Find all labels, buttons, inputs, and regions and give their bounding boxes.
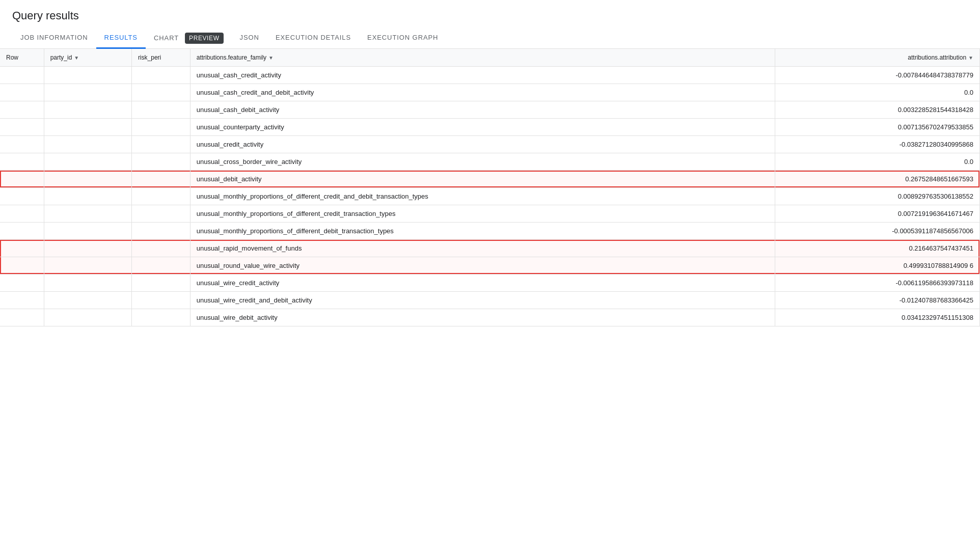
- table-row: unusual_wire_credit_activity-0.006119586…: [0, 274, 980, 292]
- cell-attribution: 0.034123297451151308: [775, 309, 980, 326]
- tab-results[interactable]: RESULTS: [96, 28, 146, 49]
- cell-party-id: [44, 309, 131, 326]
- table-row: unusual_monthly_proportions_of_different…: [0, 205, 980, 223]
- cell-feature-family: unusual_monthly_proportions_of_different…: [190, 205, 775, 223]
- cell-party-id: [44, 67, 131, 84]
- sort-icon-attribution[interactable]: ▼: [968, 55, 973, 61]
- results-table: Row party_id ▼ risk_peri: [0, 49, 980, 326]
- cell-risk-peri: [131, 292, 190, 309]
- cell-attribution: 0.0: [775, 84, 980, 101]
- cell-feature-family: unusual_debit_activity: [190, 171, 775, 188]
- cell-row: [0, 240, 44, 257]
- table-row: unusual_cross_border_wire_activity0.0: [0, 153, 980, 171]
- cell-party-id: [44, 240, 131, 257]
- cell-attribution: 0.2164637547437451: [775, 240, 980, 257]
- cell-feature-family: unusual_monthly_proportions_of_different…: [190, 188, 775, 205]
- col-resize-attribution[interactable]: [977, 49, 979, 66]
- col-resize-feature[interactable]: [773, 49, 775, 66]
- cell-row: [0, 274, 44, 292]
- cell-attribution: -0.00053911874856567006: [775, 223, 980, 240]
- cell-feature-family: unusual_credit_activity: [190, 136, 775, 153]
- cell-risk-peri: [131, 205, 190, 223]
- sort-icon-feature[interactable]: ▼: [268, 55, 274, 61]
- cell-risk-peri: [131, 257, 190, 274]
- tab-chart[interactable]: CHART: [146, 28, 183, 48]
- cell-row: [0, 84, 44, 101]
- table-row: unusual_wire_credit_and_debit_activity-0…: [0, 292, 980, 309]
- tab-execution-details[interactable]: EXECUTION DETAILS: [267, 28, 359, 49]
- table-row: unusual_cash_credit_and_debit_activity0.…: [0, 84, 980, 101]
- cell-attribution: 0.0089297635306138552: [775, 188, 980, 205]
- cell-attribution: 0.4999310788814909 6: [775, 257, 980, 274]
- col-resize-risk[interactable]: [188, 49, 190, 66]
- cell-feature-family: unusual_wire_credit_and_debit_activity: [190, 292, 775, 309]
- cell-feature-family: unusual_cash_debit_activity: [190, 101, 775, 119]
- cell-attribution: 0.0032285281544318428: [775, 101, 980, 119]
- cell-feature-family: unusual_rapid_movement_of_funds: [190, 240, 775, 257]
- cell-party-id: [44, 84, 131, 101]
- sort-icon-party-id[interactable]: ▼: [74, 55, 79, 61]
- cell-party-id: [44, 119, 131, 136]
- cell-attribution: -0.038271280340995868: [775, 136, 980, 153]
- cell-feature-family: unusual_wire_credit_activity: [190, 274, 775, 292]
- cell-row: [0, 101, 44, 119]
- table-row: unusual_round_value_wire_activity0.49993…: [0, 257, 980, 274]
- cell-row: [0, 257, 44, 274]
- cell-feature-family: unusual_round_value_wire_activity: [190, 257, 775, 274]
- cell-party-id: [44, 136, 131, 153]
- cell-party-id: [44, 188, 131, 205]
- col-header-attribution: attributions.attribution ▼: [775, 49, 980, 67]
- cell-party-id: [44, 274, 131, 292]
- cell-risk-peri: [131, 188, 190, 205]
- cell-risk-peri: [131, 153, 190, 171]
- cell-feature-family: unusual_counterparty_activity: [190, 119, 775, 136]
- col-resize-party[interactable]: [129, 49, 131, 66]
- table-row: unusual_rapid_movement_of_funds0.2164637…: [0, 240, 980, 257]
- table-row: unusual_credit_activity-0.03827128034099…: [0, 136, 980, 153]
- cell-risk-peri: [131, 67, 190, 84]
- table-row: unusual_cash_credit_activity-0.007844648…: [0, 67, 980, 84]
- table-row: unusual_monthly_proportions_of_different…: [0, 223, 980, 240]
- cell-attribution: -0.012407887683366425: [775, 292, 980, 309]
- tab-execution-graph[interactable]: EXECUTION GRAPH: [359, 28, 446, 49]
- cell-row: [0, 171, 44, 188]
- cell-feature-family: unusual_cross_border_wire_activity: [190, 153, 775, 171]
- tab-chart-preview-group: CHART PREVIEW: [146, 28, 232, 48]
- cell-feature-family: unusual_cash_credit_activity: [190, 67, 775, 84]
- cell-row: [0, 119, 44, 136]
- cell-row: [0, 205, 44, 223]
- cell-row: [0, 153, 44, 171]
- tab-job-information[interactable]: JOB INFORMATION: [12, 28, 96, 49]
- cell-party-id: [44, 205, 131, 223]
- cell-attribution: -0.0061195866393973118: [775, 274, 980, 292]
- results-table-container: Row party_id ▼ risk_peri: [0, 49, 980, 326]
- cell-row: [0, 292, 44, 309]
- cell-risk-peri: [131, 171, 190, 188]
- cell-risk-peri: [131, 223, 190, 240]
- tab-preview-badge[interactable]: PREVIEW: [185, 33, 224, 44]
- col-header-risk-peri: risk_peri: [131, 49, 190, 67]
- cell-risk-peri: [131, 101, 190, 119]
- cell-party-id: [44, 153, 131, 171]
- cell-row: [0, 136, 44, 153]
- table-row: unusual_wire_debit_activity0.03412329745…: [0, 309, 980, 326]
- cell-party-id: [44, 223, 131, 240]
- table-row: unusual_monthly_proportions_of_different…: [0, 188, 980, 205]
- cell-risk-peri: [131, 274, 190, 292]
- table-row: unusual_cash_debit_activity0.00322852815…: [0, 101, 980, 119]
- page-title: Query results: [0, 0, 980, 28]
- col-resize-row[interactable]: [42, 49, 44, 66]
- table-row: unusual_debit_activity0.2675284865166759…: [0, 171, 980, 188]
- tab-json[interactable]: JSON: [232, 28, 267, 49]
- cell-row: [0, 309, 44, 326]
- cell-risk-peri: [131, 309, 190, 326]
- cell-row: [0, 67, 44, 84]
- cell-risk-peri: [131, 84, 190, 101]
- cell-feature-family: unusual_wire_debit_activity: [190, 309, 775, 326]
- cell-party-id: [44, 101, 131, 119]
- table-header-row: Row party_id ▼ risk_peri: [0, 49, 980, 67]
- cell-party-id: [44, 292, 131, 309]
- cell-row: [0, 223, 44, 240]
- col-header-row: Row: [0, 49, 44, 67]
- cell-risk-peri: [131, 240, 190, 257]
